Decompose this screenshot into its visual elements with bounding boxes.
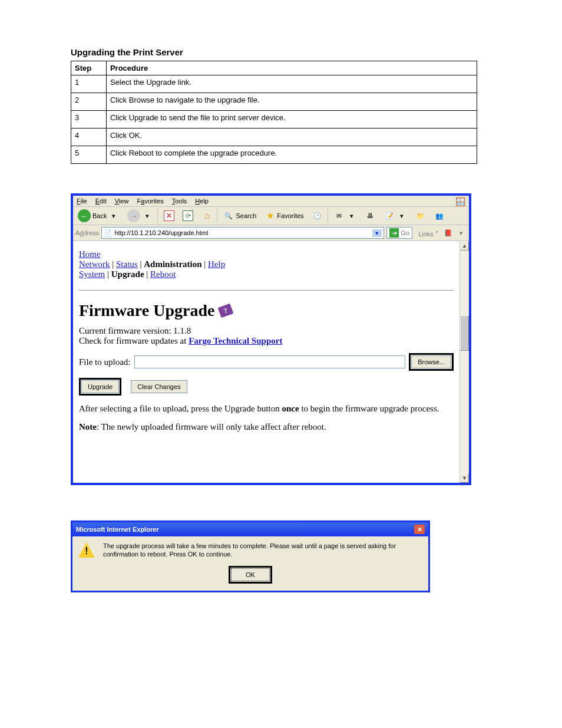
step-text: Click Reboot to complete the upgrade pro… <box>106 146 477 164</box>
back-label: Back <box>92 212 107 219</box>
scroll-down-icon[interactable]: ▼ <box>460 473 469 483</box>
close-button[interactable]: ✕ <box>414 525 425 534</box>
menu-tools[interactable]: Tools <box>172 197 187 205</box>
dropdown-arrow-icon: ▾ <box>142 212 153 220</box>
steps-table: Step Procedure 1Select the Upgrade link.… <box>71 61 477 164</box>
stop-button[interactable]: ✕ <box>161 209 177 223</box>
search-label: Search <box>236 212 256 219</box>
forward-button[interactable]: → ▾ <box>125 209 158 223</box>
status-link[interactable]: Status <box>116 259 138 269</box>
admin-current: Administration <box>144 259 201 269</box>
back-arrow-icon: ← <box>78 209 91 222</box>
step-number: 4 <box>71 129 107 146</box>
address-label: Address <box>75 229 99 236</box>
file-input[interactable] <box>134 355 406 368</box>
go-label: Go <box>401 229 409 236</box>
ok-button[interactable]: OK <box>231 568 270 581</box>
step-number: 5 <box>71 146 107 164</box>
scroll-track[interactable] <box>460 251 469 473</box>
history-icon: 🕑 <box>312 212 323 220</box>
content-area: Home Network | Status | Administration |… <box>73 241 469 483</box>
page-icon: 📄 <box>104 229 112 237</box>
address-input[interactable]: 📄 http://10.1.210.240/upgrade.html ▾ <box>101 227 384 239</box>
browse-button[interactable]: Browse... <box>411 355 451 368</box>
address-value: http://10.1.210.240/upgrade.html <box>114 229 208 236</box>
menu-edit[interactable]: Edit <box>95 197 107 205</box>
menu-favorites[interactable]: Favorites <box>137 197 163 205</box>
search-button[interactable]: 🔍 Search <box>221 209 259 223</box>
version-line: Current firmware version: 1.1.8 <box>79 326 454 336</box>
forward-arrow-icon: → <box>127 209 140 222</box>
refresh-button[interactable]: ⟳ <box>180 209 196 223</box>
home-icon: ⌂ <box>201 210 212 221</box>
edit-button[interactable]: 📝 ▾ <box>382 209 409 223</box>
page-title: Firmware Upgrade ? <box>79 301 454 320</box>
mail-button[interactable]: ✉ ▾ <box>332 209 359 223</box>
upgrade-button[interactable]: Upgrade <box>81 380 119 393</box>
menu-help[interactable]: Help <box>195 197 209 205</box>
step-number: 1 <box>71 75 107 93</box>
support-link[interactable]: Fargo Technical Support <box>189 336 282 345</box>
star-icon: ★ <box>265 210 275 221</box>
dialog-title-text: Microsoft Internet Explorer <box>76 526 159 533</box>
system-link[interactable]: System <box>79 269 105 279</box>
table-row: 5Click Reboot to complete the upgrade pr… <box>71 146 477 164</box>
menu-view[interactable]: View <box>115 197 129 205</box>
step-header: Step <box>71 61 107 75</box>
menubar: FileEditViewFavoritesToolsHelp 🪟 <box>73 196 469 207</box>
address-bar: Address 📄 http://10.1.210.240/upgrade.ht… <box>73 225 469 241</box>
messenger-icon: 👥 <box>434 212 445 220</box>
home-link[interactable]: Home <box>79 249 101 259</box>
confirm-dialog: Microsoft Internet Explorer ✕ ! The upgr… <box>71 521 430 592</box>
links-button[interactable]: Links » <box>418 229 438 238</box>
scroll-up-icon[interactable]: ▲ <box>460 241 469 251</box>
edit-icon: 📝 <box>384 212 395 220</box>
back-button[interactable]: ← Back ▾ <box>75 209 121 223</box>
go-arrow-icon: ➔ <box>389 228 399 238</box>
dropdown-arrow-icon: ▾ <box>456 229 467 237</box>
step-text: Click Upgrade to send the file to print … <box>106 111 477 129</box>
scroll-thumb[interactable] <box>460 315 469 351</box>
reboot-link[interactable]: Reboot <box>150 269 176 279</box>
search-icon: 🔍 <box>223 212 234 220</box>
browser-window: FileEditViewFavoritesToolsHelp 🪟 ← Back … <box>71 193 471 485</box>
section-heading: Upgrading the Print Server <box>71 47 491 57</box>
toolbar: ← Back ▾ → ▾ ✕ ⟳ ⌂ 🔍 Search ★ Favorites … <box>73 207 469 225</box>
history-button[interactable]: 🕑 <box>310 209 328 223</box>
table-row: 3Click Upgrade to send the file to print… <box>71 111 477 129</box>
dropdown-arrow-icon: ▾ <box>396 212 407 220</box>
help-book-icon[interactable]: ? <box>218 304 234 318</box>
go-button[interactable]: ➔ Go <box>386 227 412 239</box>
menu-file[interactable]: File <box>77 197 87 205</box>
favorites-label: Favorites <box>277 212 303 219</box>
warning-icon: ! <box>78 542 95 559</box>
vertical-scrollbar[interactable]: ▲ ▼ <box>459 241 469 483</box>
help-link[interactable]: Help <box>208 259 225 269</box>
stop-icon: ✕ <box>164 210 174 221</box>
folder-button[interactable]: 📁 <box>413 209 428 223</box>
network-link[interactable]: Network <box>79 259 110 269</box>
messenger-button[interactable]: 👥 <box>432 209 447 223</box>
clear-changes-button[interactable]: Clear Changes <box>131 380 187 393</box>
mail-icon: ✉ <box>334 212 345 220</box>
table-row: 1Select the Upgrade link. <box>71 75 477 93</box>
home-button[interactable]: ⌂ <box>199 209 217 223</box>
pdf-icon[interactable]: 📕 <box>443 229 454 237</box>
favorites-button[interactable]: ★ Favorites <box>262 209 306 223</box>
note-paragraph: Note: The newly uploaded firmware will o… <box>79 422 454 432</box>
dropdown-arrow-icon: ▾ <box>108 212 119 220</box>
print-icon: 🖶 <box>365 212 376 219</box>
step-text: Click Browse to navigate to the upgrade … <box>106 93 477 111</box>
browse-highlight: Browse... <box>409 353 454 371</box>
print-button[interactable]: 🖶 <box>363 209 378 223</box>
dialog-message: The upgrade process will take a few minu… <box>103 542 422 559</box>
check-line: Check for firmware updates at Fargo Tech… <box>79 336 454 346</box>
upgrade-current: Upgrade <box>111 269 144 279</box>
upgrade-highlight: Upgrade <box>79 378 121 396</box>
dropdown-arrow-icon: ▾ <box>346 212 357 220</box>
dropdown-arrow-icon[interactable]: ▾ <box>372 229 382 237</box>
ok-highlight: OK <box>229 566 272 584</box>
folder-icon: 📁 <box>415 212 426 220</box>
step-text: Click OK. <box>106 129 477 146</box>
dialog-titlebar: Microsoft Internet Explorer ✕ <box>72 522 428 536</box>
